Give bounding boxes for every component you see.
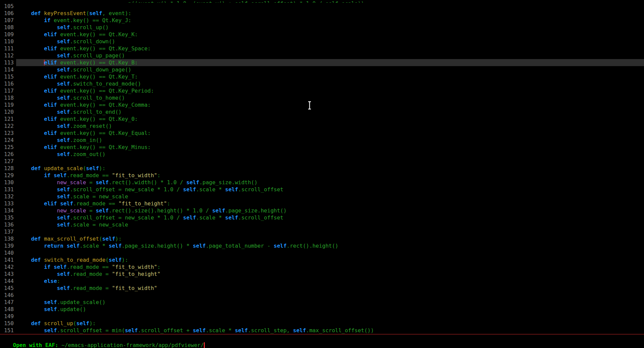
code-token: .scroll_down(): [70, 38, 115, 45]
code-token: [18, 130, 44, 136]
code-token: new_scale: [57, 179, 86, 186]
code-text: self.scroll_offset = new_scale * 1.0 / s…: [16, 214, 644, 221]
code-token: .scale *: [196, 186, 225, 193]
code-line[interactable]: 149: [0, 313, 644, 320]
code-line[interactable]: p((event.x() * 1.0, (event.y() + self.sc…: [0, 0, 644, 3]
code-token: ):: [99, 165, 105, 171]
code-buffer[interactable]: p((event.x() * 1.0, (event.y() + self.sc…: [0, 0, 644, 334]
code-line[interactable]: 151 self.scroll_offset = min(self.scroll…: [0, 327, 644, 334]
code-line[interactable]: 147 self.update_scale(): [0, 299, 644, 306]
code-token: self: [235, 327, 248, 334]
code-line[interactable]: 123 elif event.key() == Qt.Key_Equal:: [0, 130, 644, 137]
code-line[interactable]: 112 self.scroll_up_page(): [0, 52, 644, 59]
code-token: .page_size.height() *: [122, 243, 193, 249]
line-number: 109: [0, 31, 16, 38]
code-text: def keyPressEvent(self, event):: [16, 10, 644, 17]
line-number: 116: [0, 80, 16, 87]
code-line[interactable]: 141 def switch_to_read_mode(self):: [0, 256, 644, 263]
code-line[interactable]: 117 elif event.key() == Qt.Key_Period:: [0, 87, 644, 94]
code-token: [18, 285, 57, 291]
code-line[interactable]: 132 self.scale = new_scale: [0, 193, 644, 200]
code-token: [18, 278, 44, 284]
code-token: [18, 109, 57, 115]
line-number: [0, 0, 16, 3]
code-token: .read_mode ==: [73, 200, 119, 207]
code-line[interactable]: 133 elif self.read_mode == "fit_to_heigh…: [0, 200, 644, 207]
code-line[interactable]: 111 elif event.key() == Qt.Key_Space:: [0, 45, 644, 52]
code-token: self: [67, 243, 80, 249]
code-token: .scale *: [196, 214, 225, 221]
code-text: def switch_to_read_mode(self):: [16, 256, 644, 263]
code-line[interactable]: 124 self.zoom_in(): [0, 137, 644, 144]
code-token: .scroll_to_home(): [70, 95, 125, 101]
code-token: elif: [44, 144, 57, 150]
code-line[interactable]: 113 elif event.key() == Qt.Key_B:: [0, 59, 644, 66]
code-line[interactable]: 137: [0, 228, 644, 235]
code-line[interactable]: 114 self.scroll_down_page(): [0, 66, 644, 73]
code-line[interactable]: 119 elif event.key() == Qt.Key_Comma:: [0, 101, 644, 108]
code-line[interactable]: 138 def max_scroll_offset(self):: [0, 235, 644, 242]
code-token: .rect().size().height() * 1.0 /: [109, 207, 212, 214]
code-token: .page_size.height(): [225, 207, 287, 214]
code-token: self: [57, 109, 70, 115]
code-token: self: [57, 123, 70, 129]
code-line[interactable]: 136 self.scale = new_scale: [0, 221, 644, 228]
code-token: [18, 207, 57, 214]
code-token: .scroll_offset = new_scale * 1.0 /: [70, 186, 183, 193]
code-token: .scroll_offset: [238, 186, 283, 193]
code-line[interactable]: 144 else:: [0, 278, 644, 285]
code-line[interactable]: 122 self.zoom_reset(): [0, 122, 644, 130]
line-number: 117: [0, 87, 16, 94]
code-line[interactable]: 129 if self.read_mode == "fit_to_width":: [0, 172, 644, 179]
code-line[interactable]: 128 def update_scale(self):: [0, 165, 644, 172]
code-line[interactable]: 118 self.scroll_to_home(): [0, 94, 644, 101]
code-line[interactable]: 139 return self.scale * self.page_size.h…: [0, 242, 644, 249]
code-line[interactable]: 140: [0, 249, 644, 256]
code-line[interactable]: 115 elif event.key() == Qt.Key_T:: [0, 73, 644, 80]
code-line[interactable]: 148 self.update(): [0, 306, 644, 313]
code-line[interactable]: 150 def scroll_up(self):: [0, 320, 644, 327]
code-token: elif: [44, 116, 57, 122]
line-number: 118: [0, 94, 16, 101]
code-token: self: [186, 179, 199, 186]
code-line[interactable]: 131 self.scroll_offset = new_scale * 1.0…: [0, 186, 644, 193]
code-token: [18, 137, 57, 143]
code-token: p((event.x() * 1.0, (event.y() + self.sc…: [18, 0, 364, 3]
code-line[interactable]: 143 self.read_mode = "fit_to_height": [0, 270, 644, 278]
code-line[interactable]: 145 self.read_mode = "fit_to_width": [0, 285, 644, 292]
code-token: return: [44, 243, 63, 249]
code-line[interactable]: 121 elif event.key() == Qt.Key_0:: [0, 115, 644, 122]
code-line[interactable]: 146: [0, 292, 644, 299]
code-line[interactable]: 116 self.switch_to_read_mode(): [0, 80, 644, 87]
code-line[interactable]: 125 elif event.key() == Qt.Key_Minus:: [0, 144, 644, 151]
code-token: [18, 306, 44, 312]
code-token: self: [44, 327, 57, 334]
code-line[interactable]: 107 if event.key() == Qt.Key_J:: [0, 17, 644, 24]
code-token: event.key() == Qt.Key_J:: [50, 17, 131, 23]
code-token: [50, 172, 54, 179]
minibuffer[interactable]: Open with EAF: ~/emacs-application-frame…: [0, 335, 644, 342]
code-token: .scale = new_scale: [70, 193, 128, 200]
code-line[interactable]: 142 if self.read_mode == "fit_to_width":: [0, 263, 644, 270]
code-line[interactable]: 135 self.scroll_offset = new_scale * 1.0…: [0, 214, 644, 221]
code-line[interactable]: 109 elif event.key() == Qt.Key_K:: [0, 31, 644, 38]
line-number: 107: [0, 17, 16, 24]
code-line[interactable]: 134 new_scale = self.rect().size().heigh…: [0, 207, 644, 214]
code-token: .page_total_number -: [206, 243, 274, 249]
code-text: elif event.key() == Qt.Key_Equal:: [16, 130, 644, 137]
code-line[interactable]: 126 self.zoom_out(): [0, 151, 644, 158]
code-text: elif event.key() == Qt.Key_Minus:: [16, 144, 644, 151]
code-line[interactable]: 120 self.scroll_to_end(): [0, 108, 644, 115]
code-text: self.read_mode = "fit_to_height": [16, 270, 644, 278]
line-number: 150: [0, 320, 16, 327]
line-number: 142: [0, 263, 16, 270]
code-token: .scroll_up_page(): [70, 52, 125, 59]
code-line[interactable]: 127: [0, 158, 644, 165]
code-line[interactable]: 108 self.scroll_up(): [0, 24, 644, 31]
code-line[interactable]: 105: [0, 3, 644, 10]
code-line[interactable]: 110 self.scroll_down(): [0, 38, 644, 45]
line-number: 146: [0, 292, 16, 299]
code-line[interactable]: 106 def keyPressEvent(self, event):: [0, 10, 644, 17]
line-number: 140: [0, 249, 16, 256]
code-line[interactable]: 130 new_scale = self.rect().width() * 1.…: [0, 179, 644, 186]
